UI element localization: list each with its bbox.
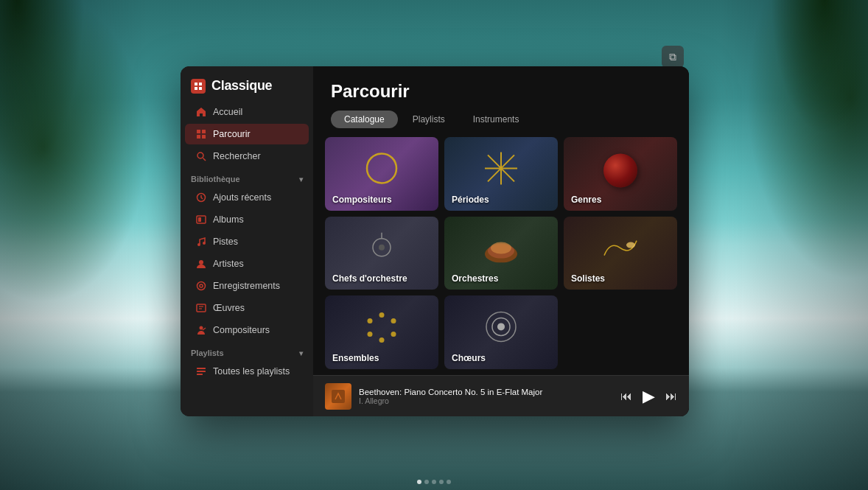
sidebar-label-accueil: Accueil	[213, 107, 242, 117]
library-chevron-icon: ▾	[299, 175, 303, 183]
svg-point-15	[199, 260, 203, 265]
tab-playlists[interactable]: Playlists	[399, 111, 458, 128]
choeurs-icon	[482, 308, 520, 349]
sidebar-header: Classique	[181, 75, 313, 101]
player-bar: Beethoven: Piano Concerto No. 5 in E-Fla…	[313, 375, 689, 416]
svg-rect-6	[197, 135, 200, 139]
sidebar-label-ajouts: Ajouts récents	[213, 192, 271, 203]
playlists-chevron-icon: ▾	[299, 349, 303, 357]
next-button[interactable]: ⏭	[665, 390, 677, 403]
sidebar-item-accueil[interactable]: Accueil	[185, 102, 309, 122]
player-controls: ⏮ ▶ ⏭	[620, 387, 677, 406]
copy-icon: ⧉	[669, 51, 676, 63]
prev-button[interactable]: ⏮	[620, 390, 632, 403]
player-track-subtitle: I. Allegro	[359, 396, 613, 405]
app-window: Classique Accueil Parcourir Rechercher B…	[181, 66, 689, 416]
svg-point-41	[379, 337, 385, 343]
svg-rect-1	[199, 83, 202, 85]
sidebar-item-compositeurs[interactable]: Compositeurs	[185, 320, 309, 340]
sidebar-item-artistes[interactable]: Artistes	[185, 253, 309, 274]
sidebar-label-pistes: Pistes	[213, 237, 238, 247]
card-label-ensembles: Ensembles	[332, 353, 379, 363]
card-ensembles[interactable]: Ensembles	[325, 295, 438, 369]
svg-point-43	[368, 318, 373, 323]
sidebar-label-enregistrements: Enregistrements	[213, 281, 280, 291]
browse-grid: Compositeurs Périodes	[313, 137, 689, 375]
card-label-periodes: Périodes	[452, 195, 489, 205]
card-label-solistes: Solistes	[571, 273, 605, 284]
card-label-choeurs: Chœurs	[452, 353, 486, 363]
dot-5	[447, 480, 451, 484]
card-genres[interactable]: Genres	[564, 137, 677, 211]
tab-instruments[interactable]: Instruments	[460, 111, 533, 128]
svg-point-37	[626, 242, 635, 248]
tab-catalogue[interactable]: Catalogue	[331, 111, 398, 128]
tab-bar: Catalogue Playlists Instruments	[313, 111, 689, 137]
card-compositeurs[interactable]: Compositeurs	[325, 137, 438, 211]
sidebar-label-compositeurs: Compositeurs	[213, 325, 270, 335]
sidebar-item-pistes[interactable]: Pistes	[185, 231, 309, 252]
svg-line-22	[203, 328, 206, 330]
solistes-icon	[601, 234, 640, 266]
composer-icon	[195, 324, 207, 336]
sidebar-label-artistes: Artistes	[213, 259, 244, 269]
svg-point-8	[197, 153, 203, 158]
sidebar-label-rechercher: Rechercher	[213, 151, 261, 161]
card-choeurs[interactable]: Chœurs	[444, 295, 558, 369]
page-dots	[417, 480, 451, 484]
svg-rect-3	[199, 87, 202, 90]
player-track-title: Beethoven: Piano Concerto No. 5 in E-Fla…	[359, 388, 613, 396]
dot-3	[432, 480, 436, 484]
svg-rect-7	[202, 135, 206, 139]
orchestres-icon	[482, 234, 520, 266]
ensembles-icon	[363, 308, 401, 349]
sidebar-label-toutes-playlists: Toutes les playlists	[213, 366, 290, 377]
svg-point-40	[391, 332, 396, 337]
copy-button[interactable]: ⧉	[662, 46, 684, 68]
sidebar-item-rechercher[interactable]: Rechercher	[185, 146, 309, 167]
card-label-genres: Genres	[571, 195, 601, 205]
sidebar-label-albums: Albums	[213, 214, 244, 225]
playlist-icon	[195, 365, 207, 377]
player-info: Beethoven: Piano Concerto No. 5 in E-Fla…	[359, 388, 613, 405]
svg-rect-25	[197, 374, 203, 375]
dot-1	[417, 480, 421, 484]
sidebar-item-toutes-playlists[interactable]: Toutes les playlists	[185, 361, 309, 382]
sidebar-item-enregistrements[interactable]: Enregistrements	[185, 276, 309, 296]
svg-point-39	[391, 318, 396, 323]
sidebar: Classique Accueil Parcourir Rechercher B…	[181, 66, 313, 416]
sidebar-item-oeuvres[interactable]: Œuvres	[185, 298, 309, 318]
page-title: Parcourir	[331, 81, 671, 102]
play-button[interactable]: ▶	[643, 387, 655, 406]
svg-rect-2	[195, 87, 197, 90]
dot-2	[424, 480, 429, 484]
svg-rect-12	[198, 217, 201, 222]
sidebar-item-ajouts-recents[interactable]: Ajouts récents	[185, 187, 309, 208]
card-label-orchestres: Orchestres	[452, 273, 498, 284]
main-header: Parcourir	[313, 66, 689, 111]
card-chefs[interactable]: Chefs d'orchestre	[325, 217, 438, 290]
svg-point-13	[197, 243, 200, 246]
sidebar-label-oeuvres: Œuvres	[213, 303, 245, 313]
card-solistes[interactable]: Solistes	[564, 217, 677, 290]
music-icon	[195, 236, 207, 248]
artiste-icon	[195, 258, 207, 270]
card-periodes[interactable]: Périodes	[444, 137, 558, 211]
record-icon	[195, 280, 207, 292]
svg-point-42	[368, 332, 373, 337]
playlists-section-label: Playlists	[191, 349, 224, 357]
playlists-section-header[interactable]: Playlists ▾	[181, 341, 313, 360]
player-thumbnail	[325, 383, 351, 410]
sidebar-item-albums[interactable]: Albums	[185, 209, 309, 230]
compositeurs-icon	[363, 149, 401, 190]
svg-point-16	[197, 282, 206, 290]
svg-point-46	[497, 323, 505, 331]
svg-point-38	[379, 312, 385, 318]
svg-rect-0	[195, 83, 197, 85]
svg-rect-24	[197, 371, 206, 372]
sidebar-item-parcourir[interactable]: Parcourir	[185, 124, 309, 144]
svg-rect-18	[197, 304, 206, 312]
app-logo	[191, 79, 206, 94]
card-orchestres[interactable]: Orchestres	[444, 217, 558, 290]
library-section-header[interactable]: Bibliothèque ▾	[181, 167, 313, 186]
